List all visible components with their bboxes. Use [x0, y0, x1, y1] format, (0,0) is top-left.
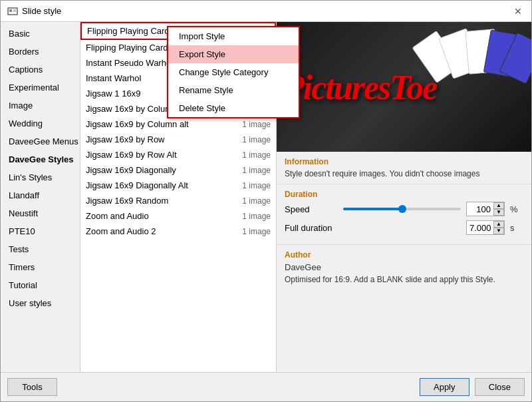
style-list-item[interactable]: Jigsaw 16x9 by Column alt1 image — [80, 116, 276, 132]
sidebar-item-davegeemenus[interactable]: DaveeGee Menus — [1, 132, 80, 150]
styles-panel: Flipping Playing Cards 0 images Import S… — [80, 22, 277, 372]
sidebar-item-userstyles[interactable]: User styles — [1, 294, 80, 312]
speed-label: Speed — [285, 204, 338, 214]
right-panel: PicturesToe Information Style doesn't re… — [277, 22, 531, 372]
style-list-item[interactable]: Zoom and Audio1 image — [80, 208, 276, 224]
style-list-item[interactable]: Jigsaw 16x9 Diagonally1 image — [80, 162, 276, 178]
full-duration-label: Full duration — [285, 223, 338, 233]
author-description: Optimised for 16:9. Add a BLANK slide an… — [285, 275, 523, 284]
style-list-item[interactable]: Jigsaw 16x9 by Row Alt1 image — [80, 147, 276, 162]
author-section-title: Author — [285, 250, 523, 260]
main-content: BasicBordersCaptionsExperimentalImageWed… — [1, 22, 531, 372]
full-duration-value[interactable] — [467, 222, 493, 234]
speed-increment[interactable]: ▲ — [493, 202, 504, 209]
sidebar-item-captions[interactable]: Captions — [1, 61, 80, 79]
full-duration-decrement[interactable]: ▼ — [493, 228, 504, 234]
sidebar-item-pte10[interactable]: PTE10 — [1, 222, 80, 240]
title-bar: Slide style ✕ — [1, 1, 531, 22]
window-icon — [7, 6, 18, 17]
full-duration-increment[interactable]: ▲ — [493, 221, 504, 228]
context-menu-rename[interactable]: Rename Style — [168, 81, 299, 99]
full-duration-row: Full duration ▲ ▼ s — [285, 220, 523, 235]
apply-button[interactable]: Apply — [420, 378, 469, 396]
style-list-item[interactable]: Jigsaw 16x9 by Row1 image — [80, 132, 276, 147]
close-window-button[interactable]: ✕ — [511, 5, 525, 18]
sidebar: BasicBordersCaptionsExperimentalImageWed… — [1, 22, 80, 372]
duration-section-title: Duration — [285, 190, 523, 199]
speed-decrement[interactable]: ▼ — [493, 209, 504, 216]
tools-button[interactable]: Tools — [7, 378, 57, 396]
sidebar-item-llandaff[interactable]: Llandaff — [1, 186, 80, 204]
speed-value[interactable] — [467, 203, 493, 216]
svg-rect-1 — [9, 9, 12, 12]
duration-section: Duration Speed ▲ ▼ — [277, 184, 531, 245]
close-button[interactable]: Close — [475, 378, 525, 396]
full-duration-unit: s — [510, 223, 523, 233]
full-duration-spinner-buttons: ▲ ▼ — [493, 221, 504, 234]
info-section: Information Style doesn't require images… — [277, 152, 531, 184]
info-section-title: Information — [285, 157, 523, 166]
speed-slider[interactable] — [343, 202, 461, 216]
sidebar-item-tutorial[interactable]: Tutorial — [1, 276, 80, 294]
sidebar-item-experimental[interactable]: Experimental — [1, 79, 80, 97]
bottom-bar: Tools Apply Close — [1, 372, 531, 401]
context-menu-change-category[interactable]: Change Style Category — [168, 63, 299, 81]
sidebar-item-wedding[interactable]: Wedding — [1, 114, 80, 132]
context-menu-import[interactable]: Import Style — [168, 27, 299, 45]
preview-area: PicturesToe — [277, 22, 531, 152]
style-list-item[interactable]: Zoom and Audio 21 image — [80, 224, 276, 239]
full-duration-spinner[interactable]: ▲ ▼ — [466, 220, 505, 235]
sidebar-item-image[interactable]: Image — [1, 97, 80, 114]
sidebar-item-borders[interactable]: Borders — [1, 43, 80, 61]
window-title: Slide style — [22, 6, 61, 16]
author-name: DaveGee — [285, 262, 523, 272]
context-menu-delete[interactable]: Delete Style — [168, 99, 299, 117]
sidebar-item-basic[interactable]: Basic — [1, 25, 80, 43]
sidebar-item-tests[interactable]: Tests — [1, 240, 80, 258]
sidebar-item-neustift[interactable]: Neustift — [1, 204, 80, 222]
context-menu: Import Style Export Style Change Style C… — [167, 26, 300, 118]
author-section: Author DaveGee Optimised for 16:9. Add a… — [277, 245, 531, 290]
info-text: Style doesn't require images. You didn't… — [285, 169, 523, 178]
style-list-item[interactable]: Jigsaw 16x9 Diagonally Alt1 image — [80, 178, 276, 193]
speed-row: Speed ▲ ▼ % — [285, 202, 523, 216]
context-menu-export[interactable]: Export Style — [168, 45, 299, 63]
sidebar-item-linstyles[interactable]: Lin's Styles — [1, 168, 80, 186]
style-list-item[interactable]: Jigsaw 16x9 Random1 image — [80, 193, 276, 208]
speed-spinner[interactable]: ▲ ▼ — [466, 202, 505, 216]
preview-text: PicturesTo — [283, 68, 422, 106]
main-window: Slide style ✕ BasicBordersCaptionsExperi… — [0, 0, 532, 402]
speed-spinner-buttons: ▲ ▼ — [493, 202, 504, 216]
sidebar-item-timers[interactable]: Timers — [1, 258, 80, 276]
speed-unit: % — [510, 204, 523, 214]
sidebar-item-davegeestyles[interactable]: DaveGee Styles — [1, 150, 80, 168]
